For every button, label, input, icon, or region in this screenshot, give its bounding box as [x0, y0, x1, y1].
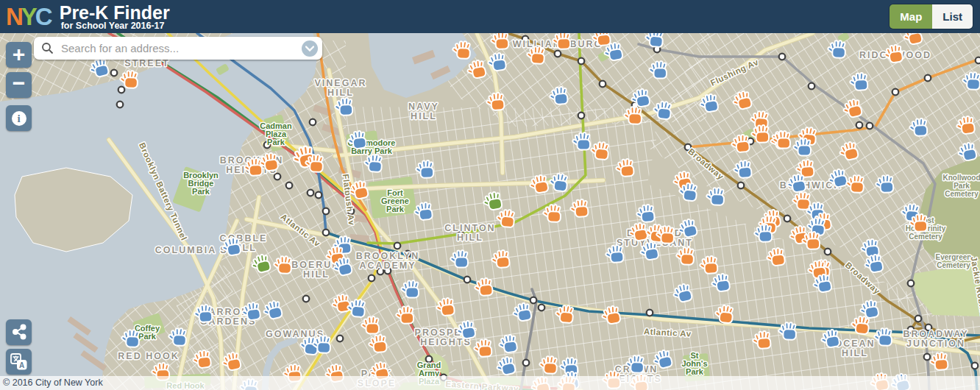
zoom-out-button[interactable]: − — [6, 72, 32, 98]
subway-station[interactable] — [303, 296, 310, 302]
search-input[interactable] — [60, 41, 302, 55]
subway-station[interactable] — [915, 316, 922, 322]
subway-station[interactable] — [924, 354, 931, 361]
subway-station[interactable] — [369, 275, 375, 282]
subway-station[interactable] — [117, 102, 124, 108]
view-toggle: Map List — [890, 4, 973, 29]
subway-station[interactable] — [578, 58, 585, 65]
nyc-logo-n: N — [6, 0, 21, 33]
app-header: NYC Pre-K Finder for School Year 2016-17… — [0, 0, 980, 33]
nyc-logo: NYC — [6, 0, 51, 33]
share-icon — [10, 323, 28, 341]
subway-station[interactable] — [539, 305, 545, 311]
subway-station[interactable] — [523, 360, 530, 366]
subway-station[interactable] — [323, 208, 330, 215]
subway-station[interactable] — [111, 70, 118, 77]
zoom-in-button[interactable]: + — [6, 42, 32, 68]
subway-station[interactable] — [578, 113, 585, 119]
subway-station[interactable] — [809, 83, 815, 90]
neighborhood-label: STREET — [124, 58, 169, 68]
cemetery-label: EvergreenCemetery — [936, 253, 972, 269]
subway-station[interactable] — [308, 190, 314, 196]
subway-station[interactable] — [286, 182, 293, 189]
subway-station[interactable] — [310, 119, 316, 126]
neighborhood-label: GOWANUS — [266, 329, 324, 339]
subway-station[interactable] — [784, 216, 791, 222]
map-view-button[interactable]: Map — [890, 4, 932, 29]
subway-station[interactable] — [316, 192, 322, 199]
nyc-logo-y: Y — [21, 0, 35, 33]
subway-station[interactable] — [908, 280, 915, 287]
subway-station[interactable] — [856, 122, 863, 129]
subway-station[interactable] — [323, 230, 330, 236]
subway-station[interactable] — [647, 310, 653, 316]
subway-station[interactable] — [464, 277, 471, 283]
subway-station[interactable] — [394, 243, 401, 249]
chevron-down-icon[interactable] — [302, 40, 318, 57]
neighborhood-label: BROOKLYNACADEMY — [356, 251, 419, 271]
list-view-button[interactable]: List — [932, 4, 973, 29]
neighborhood-label: RED HOOK — [118, 351, 179, 361]
translate-icon: A — [10, 352, 28, 371]
subway-station[interactable] — [976, 57, 980, 64]
page-title: Pre-K Finder — [60, 4, 170, 21]
neighborhood-label: NAVYHILL — [408, 102, 439, 121]
subway-station[interactable] — [867, 123, 873, 130]
subway-station[interactable] — [600, 81, 606, 88]
subway-station[interactable] — [530, 297, 537, 304]
copyright-text: © 2016 City of New York — [3, 377, 103, 388]
map-attribution: © 2016 City of New York — [0, 376, 980, 390]
translate-button[interactable]: A — [6, 349, 32, 375]
subway-station[interactable] — [925, 75, 931, 82]
subway-station[interactable] — [738, 182, 745, 189]
share-button[interactable] — [6, 319, 32, 345]
subway-station[interactable] — [118, 87, 125, 93]
subway-station[interactable] — [337, 336, 344, 342]
neighborhood-label: BROADWAYJUNCTION — [903, 329, 968, 349]
subway-station[interactable] — [779, 54, 786, 60]
subway-station[interactable] — [972, 363, 979, 369]
address-search — [34, 37, 322, 60]
subway-station[interactable] — [555, 51, 561, 57]
search-icon — [41, 42, 54, 54]
page-subtitle: for School Year 2016-17 — [61, 21, 170, 31]
nyc-logo-c: C — [35, 0, 51, 33]
info-button[interactable]: i — [6, 105, 32, 131]
svg-text:A: A — [19, 361, 24, 369]
subway-station[interactable] — [892, 89, 899, 96]
subway-station[interactable] — [825, 249, 831, 255]
info-icon: i — [12, 111, 26, 126]
